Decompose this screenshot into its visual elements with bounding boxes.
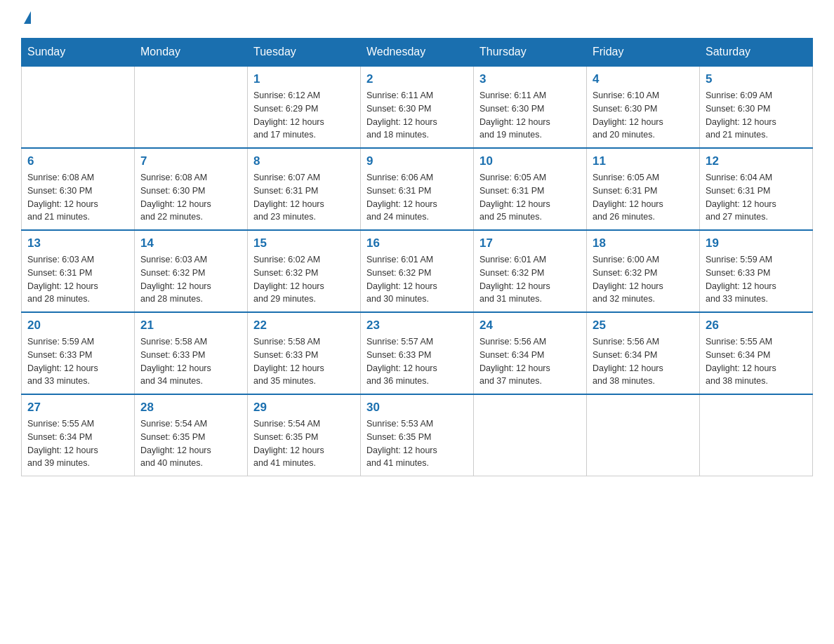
weekday-header-saturday: Saturday [700, 39, 813, 67]
day-info: Sunrise: 6:11 AMSunset: 6:30 PMDaylight:… [479, 89, 581, 142]
calendar-day-4: 4Sunrise: 6:10 AMSunset: 6:30 PMDaylight… [587, 66, 700, 148]
calendar-day-5: 5Sunrise: 6:09 AMSunset: 6:30 PMDaylight… [700, 66, 813, 148]
day-number: 13 [27, 236, 128, 250]
day-info: Sunrise: 6:05 AMSunset: 6:31 PMDaylight:… [593, 171, 694, 224]
day-info: Sunrise: 6:01 AMSunset: 6:32 PMDaylight:… [366, 253, 468, 306]
day-number: 18 [593, 236, 694, 250]
calendar-day-28: 28Sunrise: 5:54 AMSunset: 6:35 PMDayligh… [135, 394, 248, 476]
calendar-day-11: 11Sunrise: 6:05 AMSunset: 6:31 PMDayligh… [587, 148, 700, 230]
day-number: 29 [253, 401, 355, 415]
day-info: Sunrise: 5:56 AMSunset: 6:34 PMDaylight:… [479, 335, 581, 388]
calendar-week-row: 20Sunrise: 5:59 AMSunset: 6:33 PMDayligh… [22, 312, 813, 394]
day-info: Sunrise: 5:55 AMSunset: 6:34 PMDaylight:… [706, 335, 807, 388]
day-info: Sunrise: 5:54 AMSunset: 6:35 PMDaylight:… [253, 417, 355, 470]
calendar-day-7: 7Sunrise: 6:08 AMSunset: 6:30 PMDaylight… [135, 148, 248, 230]
calendar-day-empty [587, 394, 700, 476]
calendar-day-15: 15Sunrise: 6:02 AMSunset: 6:32 PMDayligh… [248, 230, 361, 312]
calendar-day-3: 3Sunrise: 6:11 AMSunset: 6:30 PMDaylight… [474, 66, 587, 148]
day-info: Sunrise: 5:58 AMSunset: 6:33 PMDaylight:… [140, 335, 241, 388]
day-info: Sunrise: 6:02 AMSunset: 6:32 PMDaylight:… [253, 253, 355, 306]
weekday-header-wednesday: Wednesday [361, 39, 474, 67]
calendar-day-empty [474, 394, 587, 476]
day-number: 11 [593, 154, 694, 168]
day-number: 16 [366, 236, 468, 250]
calendar-day-26: 26Sunrise: 5:55 AMSunset: 6:34 PMDayligh… [700, 312, 813, 394]
day-info: Sunrise: 5:54 AMSunset: 6:35 PMDaylight:… [140, 417, 241, 470]
logo [21, 14, 31, 24]
calendar-day-21: 21Sunrise: 5:58 AMSunset: 6:33 PMDayligh… [135, 312, 248, 394]
day-number: 9 [366, 154, 468, 168]
day-info: Sunrise: 5:58 AMSunset: 6:33 PMDaylight:… [253, 335, 355, 388]
day-info: Sunrise: 6:03 AMSunset: 6:32 PMDaylight:… [140, 253, 241, 306]
calendar-week-row: 1Sunrise: 6:12 AMSunset: 6:29 PMDaylight… [22, 66, 813, 148]
calendar-day-13: 13Sunrise: 6:03 AMSunset: 6:31 PMDayligh… [22, 230, 135, 312]
day-number: 10 [479, 154, 581, 168]
day-number: 30 [366, 401, 468, 415]
day-number: 26 [706, 318, 807, 333]
weekday-header-sunday: Sunday [22, 39, 135, 67]
day-number: 19 [706, 236, 807, 250]
day-number: 2 [366, 72, 468, 86]
calendar-day-23: 23Sunrise: 5:57 AMSunset: 6:33 PMDayligh… [361, 312, 474, 394]
day-number: 24 [479, 318, 581, 333]
calendar-day-14: 14Sunrise: 6:03 AMSunset: 6:32 PMDayligh… [135, 230, 248, 312]
day-info: Sunrise: 6:08 AMSunset: 6:30 PMDaylight:… [27, 171, 128, 224]
calendar-week-row: 6Sunrise: 6:08 AMSunset: 6:30 PMDaylight… [22, 148, 813, 230]
weekday-header-friday: Friday [587, 39, 700, 67]
day-number: 22 [253, 318, 355, 333]
calendar-day-empty [700, 394, 813, 476]
calendar-day-16: 16Sunrise: 6:01 AMSunset: 6:32 PMDayligh… [361, 230, 474, 312]
calendar-day-27: 27Sunrise: 5:55 AMSunset: 6:34 PMDayligh… [22, 394, 135, 476]
day-number: 5 [706, 72, 807, 86]
calendar-day-29: 29Sunrise: 5:54 AMSunset: 6:35 PMDayligh… [248, 394, 361, 476]
day-number: 3 [479, 72, 581, 86]
day-info: Sunrise: 6:07 AMSunset: 6:31 PMDaylight:… [253, 171, 355, 224]
calendar-day-24: 24Sunrise: 5:56 AMSunset: 6:34 PMDayligh… [474, 312, 587, 394]
day-number: 14 [140, 236, 241, 250]
day-info: Sunrise: 5:57 AMSunset: 6:33 PMDaylight:… [366, 335, 468, 388]
calendar-day-25: 25Sunrise: 5:56 AMSunset: 6:34 PMDayligh… [587, 312, 700, 394]
day-number: 27 [27, 401, 128, 415]
day-info: Sunrise: 6:05 AMSunset: 6:31 PMDaylight:… [479, 171, 581, 224]
day-info: Sunrise: 6:10 AMSunset: 6:30 PMDaylight:… [593, 89, 694, 142]
day-info: Sunrise: 6:04 AMSunset: 6:31 PMDaylight:… [706, 171, 807, 224]
logo-triangle-icon [24, 11, 31, 24]
weekday-header-thursday: Thursday [474, 39, 587, 67]
header [21, 14, 813, 24]
day-number: 25 [593, 318, 694, 333]
calendar-day-9: 9Sunrise: 6:06 AMSunset: 6:31 PMDaylight… [361, 148, 474, 230]
day-info: Sunrise: 6:00 AMSunset: 6:32 PMDaylight:… [593, 253, 694, 306]
day-number: 1 [253, 72, 355, 86]
day-info: Sunrise: 6:09 AMSunset: 6:30 PMDaylight:… [706, 89, 807, 142]
day-info: Sunrise: 6:08 AMSunset: 6:30 PMDaylight:… [140, 171, 241, 224]
day-info: Sunrise: 5:53 AMSunset: 6:35 PMDaylight:… [366, 417, 468, 470]
calendar-day-17: 17Sunrise: 6:01 AMSunset: 6:32 PMDayligh… [474, 230, 587, 312]
calendar-day-19: 19Sunrise: 5:59 AMSunset: 6:33 PMDayligh… [700, 230, 813, 312]
calendar-day-empty [135, 66, 248, 148]
day-info: Sunrise: 6:03 AMSunset: 6:31 PMDaylight:… [27, 253, 128, 306]
day-number: 17 [479, 236, 581, 250]
day-info: Sunrise: 6:01 AMSunset: 6:32 PMDaylight:… [479, 253, 581, 306]
day-info: Sunrise: 6:12 AMSunset: 6:29 PMDaylight:… [253, 89, 355, 142]
calendar-day-empty [22, 66, 135, 148]
day-info: Sunrise: 5:59 AMSunset: 6:33 PMDaylight:… [706, 253, 807, 306]
calendar-week-row: 27Sunrise: 5:55 AMSunset: 6:34 PMDayligh… [22, 394, 813, 476]
day-number: 7 [140, 154, 241, 168]
day-number: 4 [593, 72, 694, 86]
calendar-week-row: 13Sunrise: 6:03 AMSunset: 6:31 PMDayligh… [22, 230, 813, 312]
day-number: 15 [253, 236, 355, 250]
calendar-day-1: 1Sunrise: 6:12 AMSunset: 6:29 PMDaylight… [248, 66, 361, 148]
weekday-header-tuesday: Tuesday [248, 39, 361, 67]
calendar-day-8: 8Sunrise: 6:07 AMSunset: 6:31 PMDaylight… [248, 148, 361, 230]
calendar-table: SundayMondayTuesdayWednesdayThursdayFrid… [21, 38, 813, 476]
day-number: 23 [366, 318, 468, 333]
day-number: 20 [27, 318, 128, 333]
calendar-day-10: 10Sunrise: 6:05 AMSunset: 6:31 PMDayligh… [474, 148, 587, 230]
day-number: 6 [27, 154, 128, 168]
calendar-day-30: 30Sunrise: 5:53 AMSunset: 6:35 PMDayligh… [361, 394, 474, 476]
day-number: 28 [140, 401, 241, 415]
calendar-day-20: 20Sunrise: 5:59 AMSunset: 6:33 PMDayligh… [22, 312, 135, 394]
day-number: 12 [706, 154, 807, 168]
day-info: Sunrise: 6:11 AMSunset: 6:30 PMDaylight:… [366, 89, 468, 142]
day-number: 21 [140, 318, 241, 333]
